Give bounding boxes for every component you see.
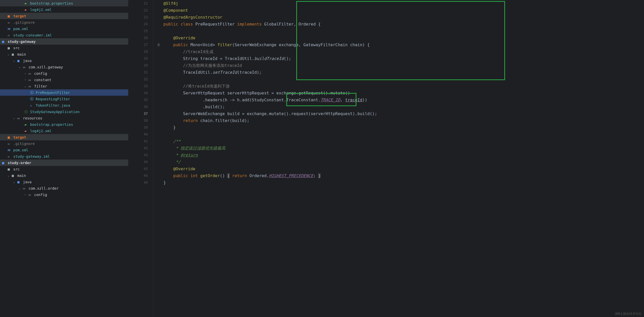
- line-number: 49: [128, 179, 148, 186]
- line-number: 45: [128, 165, 148, 172]
- folder-icon: ■: [17, 59, 22, 63]
- folder-icon: ■: [12, 52, 16, 56]
- code-text: @Override: [173, 35, 196, 40]
- code-text: )): [362, 97, 367, 102]
- tree-label: bootstrap.properties: [30, 123, 73, 127]
- tree-module-order[interactable]: ■study-order: [0, 160, 128, 166]
- tree-label: study-gateway.iml: [13, 154, 50, 159]
- line-number: 32: [128, 76, 148, 83]
- tree-label: .gitignore: [13, 142, 35, 146]
- line-number: 42: [128, 145, 148, 152]
- tree-package-config[interactable]: ›▭config: [0, 70, 128, 77]
- tree-class-prerequestfilter[interactable]: ⒸPreRequestFilter: [0, 89, 128, 96]
- line-number: 23: [128, 14, 148, 21]
- tree-file-pom2[interactable]: mpom.xml: [0, 147, 128, 153]
- tree-folder-src[interactable]: ■src: [0, 45, 128, 51]
- code-text: return: [230, 173, 249, 178]
- tree-file-gitignore[interactable]: ▫.gitignore: [0, 19, 128, 26]
- tree-file-log4j2-2[interactable]: ▰log4j2.xml: [0, 128, 128, 134]
- line-number: 29: [128, 55, 148, 62]
- file-icon: ▫: [8, 33, 12, 37]
- tree-label: java: [23, 180, 32, 184]
- props-icon: ▰: [24, 1, 29, 5]
- code-text: @RequiredArgsConstructor: [163, 15, 222, 20]
- tree-package-order[interactable]: ⌄▭com.xzll.order: [0, 185, 128, 191]
- tree-folder-src2[interactable]: ■src: [0, 166, 128, 172]
- tree-file-log4j2[interactable]: ▰log4j2.xml: [0, 6, 128, 13]
- code-text: ();: [284, 56, 291, 61]
- tree-label: study-gateway: [8, 40, 36, 44]
- line-number: 21: [128, 0, 148, 7]
- code-text: TraceIdUtil.: [183, 70, 213, 75]
- code-text: ServerWebExchange build = exchange.mutat…: [183, 111, 377, 116]
- tree-file-iml[interactable]: ▫study-consumer.iml: [0, 32, 128, 38]
- line-number: 28: [128, 48, 148, 55]
- tree-file-bootstrap[interactable]: ▰bootstrap.properties: [0, 0, 128, 6]
- project-tree[interactable]: ▰bootstrap.properties ▰log4j2.xml ■targe…: [0, 0, 128, 317]
- tree-file-pom[interactable]: mpom.xml: [0, 26, 128, 32]
- maven-icon: m: [8, 27, 12, 31]
- file-icon: ▫: [8, 154, 12, 159]
- code-text: implements: [237, 22, 264, 27]
- tree-package-constant[interactable]: ›▭constant: [0, 77, 128, 83]
- code-text: //将traceId传递到下游: [183, 84, 230, 89]
- tree-folder-resources[interactable]: ⌄▭resources: [0, 115, 128, 121]
- line-number: 44: [128, 159, 148, 165]
- tree-class-studygatewayapp[interactable]: ⬡StudyGatewayApplication: [0, 108, 128, 115]
- line-number: 33: [128, 83, 148, 90]
- folder-icon: ■: [17, 180, 22, 184]
- tree-folder-main2[interactable]: ⌄■main: [0, 172, 128, 179]
- tree-label: target: [13, 14, 26, 18]
- line-number: 30: [128, 62, 148, 69]
- tree-file-gitignore2[interactable]: ▫.gitignore: [0, 140, 128, 147]
- tree-file-iml2[interactable]: ▫study-gateway.iml: [0, 153, 128, 160]
- tree-package-filter[interactable]: ⌄▭filter: [0, 83, 128, 89]
- tree-package-gateway[interactable]: ⌄▭com.xzll.gateway: [0, 64, 128, 70]
- code-text: ,: [340, 97, 345, 102]
- code-content[interactable]: @Slf4j @Component @RequiredArgsConstruct…: [153, 0, 377, 317]
- line-number: 25: [128, 28, 148, 34]
- tree-folder-java[interactable]: ⌄■java: [0, 57, 128, 64]
- tree-label: src: [13, 167, 20, 171]
- file-icon: ▫: [8, 20, 12, 25]
- tree-label: bootstrap.properties: [30, 1, 73, 5]
- code-text: public: [173, 42, 190, 47]
- line-number: 46●↑: [128, 172, 148, 179]
- code-text: }: [163, 180, 166, 185]
- code-text: return: [183, 118, 200, 123]
- tree-label: log4j2.xml: [30, 8, 51, 12]
- line-number: 36: [128, 103, 148, 110]
- code-editor[interactable]: 21 22 23 24⬡ 25 26 27●↑@ 28 29 30 31 32 …: [128, 0, 644, 317]
- code-text: (): [220, 173, 227, 178]
- tree-module-gateway[interactable]: ■study-gateway: [0, 38, 128, 45]
- package-icon: ▭: [23, 65, 28, 69]
- tree-label: .gitignore: [13, 20, 35, 25]
- tree-label: config: [34, 71, 47, 76]
- tree-label: constant: [34, 78, 51, 82]
- tree-package-config2[interactable]: ›▭config: [0, 191, 128, 198]
- code-text: */: [173, 160, 181, 164]
- tree-label: main: [17, 174, 26, 178]
- tree-folder-java2[interactable]: ⌄■java: [0, 179, 128, 185]
- folder-icon: ▭: [17, 116, 22, 120]
- chevron-right-icon: ›: [24, 78, 29, 81]
- xml-icon: ▰: [24, 129, 29, 133]
- chevron-down-icon: ⌄: [19, 187, 23, 190]
- tree-folder-target2[interactable]: ■target: [0, 134, 128, 140]
- line-number: 38: [128, 117, 148, 124]
- tree-folder-target[interactable]: ■target: [0, 13, 128, 19]
- code-text: TRACE_ID: [321, 97, 340, 102]
- package-icon: ▭: [29, 193, 33, 197]
- tree-label: resources: [23, 116, 42, 120]
- code-text: (ServerWebExchange exchange, GatewayFilt…: [232, 42, 370, 47]
- watermark: @稀土掘金技术社区: [615, 312, 641, 316]
- tree-file-bootstrap2[interactable]: ▰bootstrap.properties: [0, 121, 128, 128]
- code-text: String traceId = TraceIdUtil.: [183, 56, 254, 61]
- tree-folder-main[interactable]: ⌄■main: [0, 51, 128, 57]
- tree-file-tokenfilter[interactable]: ▫TokenFilter.java: [0, 102, 128, 108]
- code-text: PreRequestFilter: [195, 22, 237, 27]
- code-text: getOrder: [200, 173, 220, 178]
- tree-class-requestlogfilter[interactable]: ⒸRequestLogFilter: [0, 96, 128, 102]
- code-text: @Slf4j: [163, 1, 178, 6]
- line-number: 26: [128, 34, 148, 41]
